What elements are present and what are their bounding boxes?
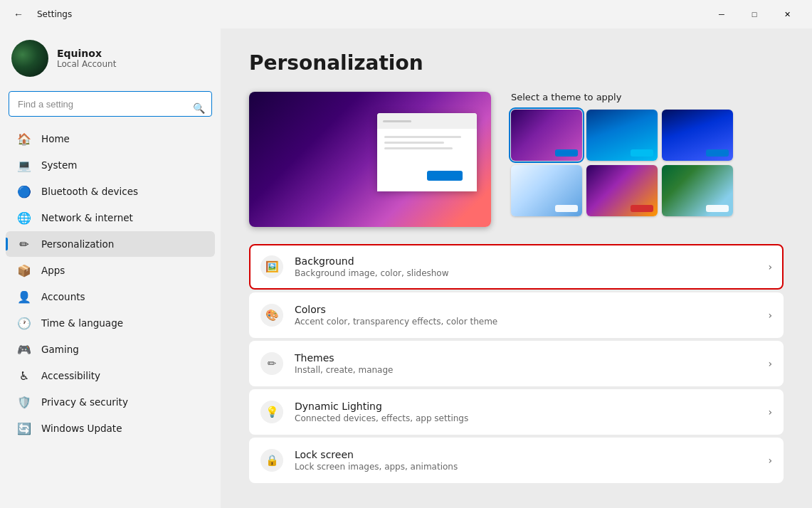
background-subtitle: Background image, color, slideshow bbox=[295, 268, 756, 278]
sidebar-item-apps[interactable]: 📦 Apps bbox=[6, 258, 215, 283]
dynamic-lighting-icon: 💡 bbox=[260, 401, 283, 423]
update-icon: 🔄 bbox=[17, 421, 31, 435]
dynamic-lighting-text: Dynamic Lighting Connected devices, effe… bbox=[295, 401, 756, 423]
lock-screen-subtitle: Lock screen images, apps, animations bbox=[295, 462, 756, 472]
sidebar-item-time[interactable]: 🕐 Time & language bbox=[6, 310, 215, 336]
themes-subtitle: Install, create, manage bbox=[295, 365, 756, 375]
theme-option-2[interactable] bbox=[586, 110, 658, 161]
network-icon: 🌐 bbox=[17, 211, 31, 225]
close-button[interactable]: ✕ bbox=[771, 3, 803, 26]
setting-row-background[interactable]: 🖼️ Background Background image, color, s… bbox=[249, 244, 784, 290]
dynamic-lighting-subtitle: Connected devices, effects, app settings bbox=[295, 413, 756, 423]
search-input[interactable] bbox=[9, 91, 212, 117]
sidebar-item-bluetooth[interactable]: 🔵 Bluetooth & devices bbox=[6, 179, 215, 204]
user-name: Equinox bbox=[57, 48, 116, 59]
preview-button bbox=[427, 171, 463, 181]
sidebar-label-accessibility: Accessibility bbox=[41, 370, 100, 381]
sidebar-item-update[interactable]: 🔄 Windows Update bbox=[6, 416, 215, 441]
search-container: 🔍 bbox=[0, 91, 221, 125]
sidebar-label-update: Windows Update bbox=[41, 423, 122, 434]
time-icon: 🕐 bbox=[17, 316, 31, 330]
sidebar-item-accounts[interactable]: 👤 Accounts bbox=[6, 284, 215, 309]
accounts-icon: 👤 bbox=[17, 290, 31, 304]
personalization-icon: ✏️ bbox=[17, 237, 31, 251]
sidebar-label-home: Home bbox=[41, 133, 70, 144]
user-info: Equinox Local Account bbox=[57, 48, 116, 69]
sidebar-item-system[interactable]: 💻 System bbox=[6, 152, 215, 178]
dynamic-lighting-chevron: › bbox=[768, 406, 772, 418]
colors-subtitle: Accent color, transparency effects, colo… bbox=[295, 317, 756, 327]
dynamic-lighting-title: Dynamic Lighting bbox=[295, 401, 756, 412]
lock-screen-title: Lock screen bbox=[295, 449, 756, 460]
background-text: Background Background image, color, slid… bbox=[295, 255, 756, 278]
theme-option-1[interactable] bbox=[511, 110, 582, 161]
privacy-icon: 🛡️ bbox=[17, 395, 31, 409]
app-title: Settings bbox=[37, 9, 697, 19]
settings-list: 🖼️ Background Background image, color, s… bbox=[249, 244, 784, 483]
bluetooth-icon: 🔵 bbox=[17, 184, 31, 199]
colors-icon: 🎨 bbox=[260, 304, 283, 327]
home-icon: 🏠 bbox=[17, 132, 31, 146]
sidebar-item-privacy[interactable]: 🛡️ Privacy & security bbox=[6, 389, 215, 415]
sidebar-label-system: System bbox=[41, 159, 77, 171]
titlebar: ← Settings ─ □ ✕ bbox=[0, 0, 812, 28]
background-chevron: › bbox=[768, 261, 772, 272]
user-subtitle: Local Account bbox=[57, 59, 116, 69]
system-icon: 💻 bbox=[17, 158, 31, 172]
theme-preview bbox=[249, 92, 491, 227]
sidebar-label-privacy: Privacy & security bbox=[41, 396, 128, 408]
sidebar-item-network[interactable]: 🌐 Network & internet bbox=[6, 205, 215, 231]
lock-screen-chevron: › bbox=[768, 455, 772, 466]
lock-screen-icon: 🔒 bbox=[260, 449, 283, 472]
sidebar-label-time: Time & language bbox=[41, 317, 123, 329]
sidebar-label-apps: Apps bbox=[41, 265, 65, 276]
colors-text: Colors Accent color, transparency effect… bbox=[295, 304, 756, 327]
setting-row-lock-screen[interactable]: 🔒 Lock screen Lock screen images, apps, … bbox=[249, 438, 784, 483]
sidebar-label-personalization: Personalization bbox=[41, 238, 114, 250]
theme-option-5[interactable] bbox=[586, 165, 658, 216]
theme-section: Select a theme to apply bbox=[249, 92, 784, 227]
nav-list: 🏠 Home 💻 System 🔵 Bluetooth & devices 🌐 … bbox=[0, 125, 221, 442]
theme-label: Select a theme to apply bbox=[511, 92, 733, 102]
theme-option-4[interactable] bbox=[511, 165, 582, 216]
user-profile[interactable]: Equinox Local Account bbox=[0, 28, 221, 91]
themes-title: Themes bbox=[295, 352, 756, 364]
sidebar-item-accessibility[interactable]: ♿ Accessibility bbox=[6, 363, 215, 388]
preview-window bbox=[377, 113, 477, 191]
sidebar: Equinox Local Account 🔍 🏠 Home 💻 System … bbox=[0, 28, 221, 508]
avatar bbox=[11, 40, 48, 77]
page-title: Personalization bbox=[249, 51, 784, 75]
window-controls: ─ □ ✕ bbox=[705, 3, 803, 26]
sidebar-item-personalization[interactable]: ✏️ Personalization bbox=[6, 231, 215, 257]
sidebar-item-gaming[interactable]: 🎮 Gaming bbox=[6, 337, 215, 362]
theme-option-3[interactable] bbox=[662, 110, 733, 161]
apps-icon: 📦 bbox=[17, 263, 31, 277]
colors-chevron: › bbox=[768, 309, 772, 321]
lock-screen-text: Lock screen Lock screen images, apps, an… bbox=[295, 449, 756, 472]
back-button[interactable]: ← bbox=[9, 4, 28, 24]
themes-icon: ✏️ bbox=[260, 352, 283, 375]
setting-row-colors[interactable]: 🎨 Colors Accent color, transparency effe… bbox=[249, 292, 784, 338]
preview-win-lines bbox=[377, 129, 477, 191]
themes-text: Themes Install, create, manage bbox=[295, 352, 756, 375]
accessibility-icon: ♿ bbox=[17, 369, 31, 383]
gaming-icon: 🎮 bbox=[17, 342, 31, 356]
colors-title: Colors bbox=[295, 304, 756, 315]
theme-option-6[interactable] bbox=[662, 165, 733, 216]
maximize-button[interactable]: □ bbox=[738, 3, 771, 26]
setting-row-themes[interactable]: ✏️ Themes Install, create, manage › bbox=[249, 341, 784, 386]
theme-grid bbox=[511, 110, 733, 216]
sidebar-label-bluetooth: Bluetooth & devices bbox=[41, 186, 138, 197]
sidebar-label-network: Network & internet bbox=[41, 212, 133, 223]
main-content: Personalization Sele bbox=[221, 28, 812, 508]
minimize-button[interactable]: ─ bbox=[705, 3, 738, 26]
sidebar-label-gaming: Gaming bbox=[41, 344, 79, 355]
sidebar-label-accounts: Accounts bbox=[41, 291, 85, 302]
preview-win-bar bbox=[377, 113, 477, 129]
background-icon: 🖼️ bbox=[260, 255, 283, 278]
app-body: Equinox Local Account 🔍 🏠 Home 💻 System … bbox=[0, 28, 812, 508]
sidebar-item-home[interactable]: 🏠 Home bbox=[6, 126, 215, 152]
background-title: Background bbox=[295, 255, 756, 267]
theme-picker: Select a theme to apply bbox=[511, 92, 733, 216]
setting-row-dynamic-lighting[interactable]: 💡 Dynamic Lighting Connected devices, ef… bbox=[249, 389, 784, 435]
